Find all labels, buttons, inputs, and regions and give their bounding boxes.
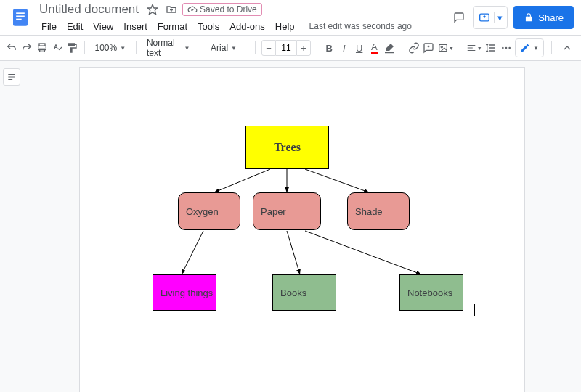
svg-line-19 (305, 231, 421, 274)
paint-format-icon[interactable] (66, 40, 78, 56)
menu-addons[interactable]: Add-ons (224, 20, 269, 33)
node-label: Living things (161, 287, 213, 298)
bold-icon[interactable]: B (323, 40, 336, 56)
menu-format[interactable]: Format (153, 20, 192, 33)
cloud-icon (187, 4, 198, 15)
outline-icon[interactable] (3, 68, 20, 86)
present-icon (478, 12, 491, 23)
saved-to-drive-indicator[interactable]: Saved to Drive (182, 3, 262, 16)
saved-label: Saved to Drive (200, 4, 257, 15)
document-title[interactable]: Untitled document (36, 2, 142, 17)
svg-line-14 (214, 169, 270, 192)
node-paper[interactable]: Paper (253, 192, 321, 230)
zoom-select[interactable]: 100%▼ (91, 40, 131, 56)
highlight-icon[interactable] (383, 40, 396, 56)
svg-point-12 (505, 47, 507, 49)
chevron-down-icon: ▼ (533, 45, 539, 52)
node-books[interactable]: Books (272, 274, 336, 311)
menu-file[interactable]: File (36, 20, 62, 33)
menu-tools[interactable]: Tools (192, 20, 224, 33)
font-size-input[interactable] (276, 40, 296, 56)
font-size-stepper: − + (261, 40, 311, 56)
node-living-things[interactable]: Living things (153, 274, 216, 311)
lock-icon (524, 12, 534, 23)
present-button[interactable]: ▾ (473, 6, 508, 29)
star-icon[interactable] (145, 1, 161, 17)
print-icon[interactable] (36, 40, 49, 56)
svg-point-13 (508, 47, 511, 49)
svg-line-16 (305, 169, 369, 192)
svg-rect-9 (439, 44, 447, 51)
zoom-value: 100% (95, 43, 118, 53)
insert-image-icon[interactable]: ▼ (438, 40, 454, 56)
font-select[interactable]: Arial▼ (206, 40, 249, 56)
collapse-icon[interactable] (559, 40, 575, 56)
node-label: Oxygen (186, 206, 219, 217)
svg-rect-2 (16, 16, 25, 17)
app-header: Untitled document Saved to Drive File Ed… (0, 0, 581, 35)
line-spacing-icon[interactable] (485, 40, 497, 56)
tree-root-label: Trees (274, 141, 301, 154)
redo-icon[interactable] (21, 40, 33, 56)
menu-insert[interactable]: Insert (118, 20, 153, 33)
move-icon[interactable] (163, 1, 179, 17)
underline-icon[interactable]: U (353, 40, 365, 56)
document-page[interactable]: Trees Oxygen Paper Shade Living things B… (79, 67, 525, 392)
menu-help[interactable]: Help (270, 20, 300, 33)
node-label: Shade (355, 206, 383, 217)
svg-marker-4 (147, 4, 157, 14)
italic-icon[interactable]: I (338, 40, 351, 56)
chevron-down-icon: ▼ (120, 45, 126, 52)
pencil-icon (520, 43, 530, 53)
insert-link-icon[interactable] (407, 40, 420, 56)
insert-comment-icon[interactable] (423, 40, 435, 56)
svg-rect-1 (16, 12, 25, 14)
docs-logo-icon[interactable] (7, 4, 33, 30)
node-oxygen[interactable]: Oxygen (178, 192, 240, 230)
editing-mode-button[interactable]: ▼ (515, 38, 544, 57)
align-icon[interactable]: ▼ (466, 40, 482, 56)
chevron-down-icon: ▼ (184, 45, 190, 52)
svg-line-17 (182, 231, 203, 274)
more-icon[interactable] (500, 40, 512, 56)
canvas-area: Trees Oxygen Paper Shade Living things B… (0, 61, 581, 392)
left-rail (0, 61, 23, 392)
share-button[interactable]: Share (513, 6, 574, 29)
last-edit-link[interactable]: Last edit was seconds ago (304, 20, 417, 33)
menu-edit[interactable]: Edit (62, 20, 88, 33)
menu-bar: File Edit View Insert Format Tools Add-o… (36, 18, 451, 34)
svg-point-11 (502, 47, 504, 49)
chevron-down-icon: ▼ (231, 45, 237, 52)
share-label: Share (538, 12, 564, 23)
comment-history-icon[interactable] (451, 9, 467, 25)
text-color-icon[interactable]: A (368, 40, 381, 56)
text-cursor (474, 304, 475, 316)
node-shade[interactable]: Shade (347, 192, 410, 230)
svg-line-18 (287, 231, 300, 274)
svg-rect-3 (16, 19, 21, 20)
paragraph-style-select[interactable]: Normal text▼ (142, 40, 194, 56)
node-label: Books (280, 287, 306, 298)
node-label: Paper (261, 206, 286, 217)
svg-rect-8 (40, 49, 45, 52)
style-value: Normal text (147, 38, 181, 58)
increase-font-size-button[interactable]: + (296, 40, 311, 56)
node-label: Notebooks (407, 287, 452, 298)
chevron-down-icon: ▾ (494, 12, 503, 23)
undo-icon[interactable] (6, 40, 18, 56)
svg-rect-0 (13, 9, 28, 25)
node-notebooks[interactable]: Notebooks (399, 274, 463, 311)
font-value: Arial (211, 43, 228, 53)
decrease-font-size-button[interactable]: − (261, 40, 276, 56)
toolbar: 100%▼ Normal text▼ Arial▼ − + B I U A ▼ … (0, 35, 581, 61)
svg-point-10 (441, 46, 442, 48)
spellcheck-icon[interactable] (51, 40, 63, 56)
tree-root-box[interactable]: Trees (245, 126, 329, 169)
menu-view[interactable]: View (88, 20, 118, 33)
